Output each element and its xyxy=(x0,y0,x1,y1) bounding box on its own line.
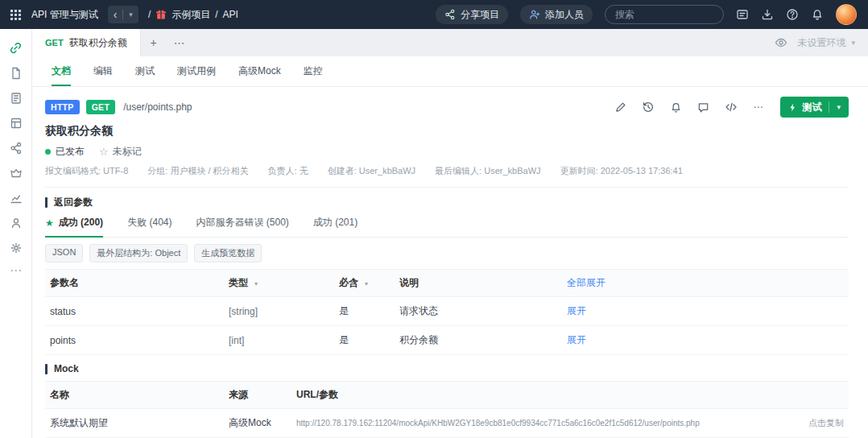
chart-line-icon xyxy=(10,192,23,205)
tab-list-button[interactable]: ⋯ xyxy=(167,29,192,56)
param-type: [int] xyxy=(224,326,334,355)
mock-url: http://120.78.179.162:11204/mockApi/KHbW… xyxy=(291,409,789,438)
comment-icon[interactable] xyxy=(697,101,709,114)
col-mock-action xyxy=(789,382,849,409)
structure-chip: 最外层结构为: Object xyxy=(89,244,188,262)
breadcrumb-separator: / xyxy=(215,9,217,20)
col-mock-source: 来源 xyxy=(224,382,291,409)
topbar: API 管理与测试 ‹ ▾ / 示例项目 / API 分享项目 添加人 xyxy=(0,0,868,29)
divider xyxy=(122,10,123,19)
response-tab-success-201[interactable]: 成功 (201) xyxy=(313,216,358,238)
chevron-down-icon: ▾ xyxy=(851,39,855,47)
param-desc: 请求状态 xyxy=(395,297,562,326)
response-tab-error-500[interactable]: 内部服务器错误 (500) xyxy=(196,216,288,238)
tab-docs[interactable]: 文档 xyxy=(52,56,71,86)
col-desc: 说明 xyxy=(395,270,562,297)
response-tab-success-200[interactable]: ★ 成功 (200) xyxy=(45,216,103,238)
share-project-button[interactable]: 分享项目 xyxy=(436,5,508,24)
expand-link[interactable]: 展开 xyxy=(562,326,849,355)
code-icon[interactable] xyxy=(725,101,738,114)
breadcrumb-page[interactable]: API xyxy=(223,9,238,20)
sidebar-item-reports[interactable] xyxy=(0,110,32,135)
link-icon xyxy=(9,41,23,55)
tab-edit[interactable]: 编辑 xyxy=(93,56,113,86)
format-chip: JSON xyxy=(45,244,83,262)
search-input[interactable] xyxy=(605,5,724,24)
sidebar-item-docs[interactable] xyxy=(0,60,32,85)
sidebar-item-models[interactable] xyxy=(0,160,32,185)
breadcrumb: / 示例项目 / API xyxy=(148,8,238,22)
gear-icon xyxy=(10,242,23,254)
param-required: 是 xyxy=(334,297,395,326)
app-launcher-icon[interactable] xyxy=(10,9,22,21)
download-icon[interactable] xyxy=(761,8,774,21)
section-bar xyxy=(45,364,48,374)
avatar[interactable] xyxy=(836,4,857,25)
tab-monitor[interactable]: 监控 xyxy=(304,56,323,86)
test-caret-icon[interactable]: ▾ xyxy=(837,103,841,111)
col-param-name: 参数名 xyxy=(45,270,224,297)
tab-title: 获取积分余额 xyxy=(69,36,127,50)
new-tab-button[interactable]: + xyxy=(141,29,167,56)
col-required[interactable]: 必含▾ xyxy=(334,270,395,297)
breadcrumb-project[interactable]: 示例项目 xyxy=(172,8,210,22)
tab-advanced-mock[interactable]: 高级Mock xyxy=(238,56,281,86)
add-member-button[interactable]: 添加人员 xyxy=(520,5,593,24)
environment-select[interactable]: 未设置环境 ▾ xyxy=(797,36,855,50)
history-icon[interactable] xyxy=(642,101,655,114)
edit-icon[interactable] xyxy=(614,101,626,114)
add-member-label: 添加人员 xyxy=(545,8,584,22)
share-project-label: 分享项目 xyxy=(461,8,499,22)
bell-icon[interactable] xyxy=(811,8,824,21)
expand-all-link[interactable]: 全部展开 xyxy=(562,270,849,297)
share-icon xyxy=(444,9,456,20)
generate-preview-button[interactable]: 生成预览数据 xyxy=(194,244,262,262)
protocol-badge: HTTP xyxy=(45,100,80,114)
tab-test-cases[interactable]: 测试用例 xyxy=(177,56,216,86)
response-tab-fail-404[interactable]: 失败 (404) xyxy=(127,216,172,238)
user-plus-icon xyxy=(529,9,540,20)
doc-nav: 文档 编辑 测试 测试用例 高级Mock 监控 xyxy=(32,56,868,87)
history-nav[interactable]: ‹ ▾ xyxy=(108,6,138,23)
meta-creator: 创建者: User_kbBaWJ xyxy=(328,165,415,177)
mock-header-row: 名称 来源 URL/参数 xyxy=(45,382,849,409)
sidebar-item-drafts[interactable] xyxy=(0,85,32,110)
open-api-tab[interactable]: GET 获取积分余额 xyxy=(32,29,141,56)
draft-icon xyxy=(10,92,23,105)
mark-toggle[interactable]: ☆ 未标记 xyxy=(99,145,142,159)
meta-group: 分组: 用户模块 / 积分相关 xyxy=(147,165,248,177)
col-type[interactable]: 类型▾ xyxy=(224,270,334,297)
more-actions-icon[interactable]: ⋯ xyxy=(753,101,763,113)
params-header-row: 参数名 类型▾ 必含▾ 说明 全部展开 xyxy=(45,270,849,297)
publish-status-label: 已发布 xyxy=(56,145,85,159)
tab-test[interactable]: 测试 xyxy=(135,56,155,86)
help-icon[interactable] xyxy=(786,8,799,21)
eye-icon[interactable] xyxy=(775,36,787,49)
sidebar-more-icon[interactable]: ⋯ xyxy=(10,260,22,281)
mock-source: 高级Mock xyxy=(224,409,291,438)
sidebar-item-stats[interactable] xyxy=(0,185,32,210)
star-outline-icon: ☆ xyxy=(99,147,109,157)
test-button[interactable]: 测试 ▾ xyxy=(780,97,849,118)
notify-icon[interactable] xyxy=(670,101,682,114)
expand-link[interactable]: 展开 xyxy=(562,297,849,326)
message-icon[interactable] xyxy=(736,8,749,21)
sort-caret-icon[interactable]: ▾ xyxy=(254,280,258,287)
history-caret-icon[interactable]: ▾ xyxy=(129,10,133,19)
mock-section-title: Mock xyxy=(45,363,849,374)
api-doc-icon xyxy=(10,67,23,80)
sidebar-item-settings[interactable] xyxy=(0,235,32,260)
col-mock-url: URL/参数 xyxy=(291,382,789,409)
section-bar xyxy=(45,197,48,208)
meta-last-editor: 最后编辑人: User_kbBaWJ xyxy=(435,165,540,177)
back-icon[interactable]: ‹ xyxy=(114,9,118,20)
sidebar-item-members[interactable] xyxy=(0,210,32,235)
sidebar-item-apis[interactable] xyxy=(0,35,32,60)
test-button-label: 测试 xyxy=(802,101,821,114)
sidebar-item-share[interactable] xyxy=(0,135,32,160)
param-required: 是 xyxy=(334,326,395,355)
param-type: [string] xyxy=(224,297,334,326)
tab-method-badge: GET xyxy=(45,38,64,48)
sort-caret-icon[interactable]: ▾ xyxy=(365,280,368,287)
copy-link[interactable]: 点击复制 xyxy=(789,409,849,438)
